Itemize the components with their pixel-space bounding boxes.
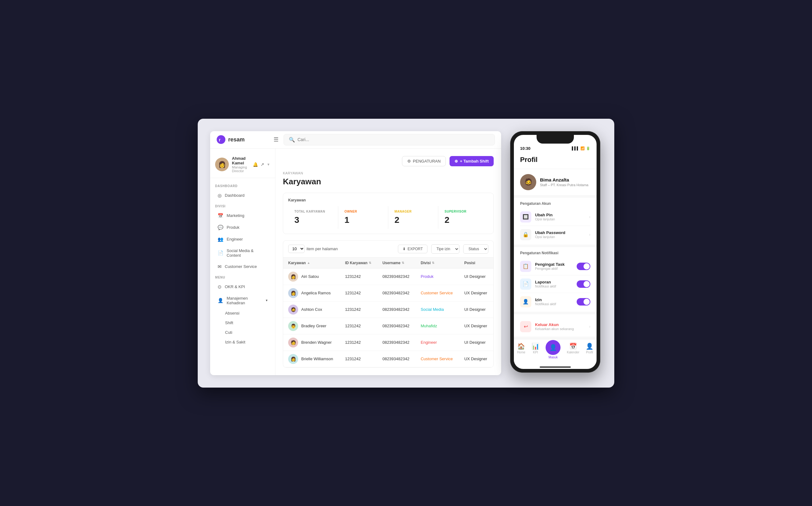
laporan-item[interactable]: 📄 Laporan Notifikasi aktif (520, 275, 590, 293)
table-row[interactable]: 👩 Angelica Ramos 1231242 082393482342 Cu… (283, 285, 493, 301)
stat-total: TOTAL KARYAWAN 3 (288, 206, 338, 229)
engineer-icon: 👥 (218, 237, 224, 242)
col-divisi[interactable]: Divisi ⇅ (416, 258, 459, 268)
notif-settings-section: Pengaturan Notifikasi 📋 Pengingat Task P… (514, 247, 596, 312)
table-row[interactable]: 👨 Bradley Greer 1231242 082393482342 Muh… (283, 318, 493, 334)
search-input[interactable] (298, 137, 490, 142)
sidebar-item-marketing[interactable]: 📅 Marketing (213, 210, 273, 221)
sidebar-item-label: Engineer (227, 237, 243, 242)
col-posisi[interactable]: Posisi (459, 258, 493, 268)
table-row[interactable]: 🧑 Brenden Wagner 1231242 082393482342 En… (283, 334, 493, 351)
sidebar-item-label: Manajemen Kehadiran (227, 296, 263, 305)
menu-icon[interactable]: ☰ (273, 136, 278, 143)
nav-kalender[interactable]: 📅 Kalender (567, 342, 579, 359)
phone-header: Profil (514, 152, 596, 169)
col-username[interactable]: Username ⇅ (378, 258, 416, 268)
statusbar-icons: ▌▌▌ 📶 🔋 (572, 146, 590, 151)
sidebar-item-product[interactable]: 💬 Produk (213, 222, 273, 233)
keluar-section: ↩ Keluar Akun Keluarkan akun sekarang › (514, 314, 596, 337)
sidebar-sub-shift[interactable]: Shift (213, 319, 273, 327)
sidebar-item-manajemen-kehadiran[interactable]: 👤 Manajemen Kehadiran ▾ (213, 293, 273, 308)
stat-manager: MANAGER 2 (388, 206, 438, 229)
avatar: 👩 (215, 158, 229, 171)
account-settings-section: Pengaturan Akun 🔲 Ubah Pin Opsi lanjutan… (514, 198, 596, 245)
nav-profil[interactable]: 👤 Profil (586, 342, 593, 359)
masuk-circle: 👤 (546, 340, 561, 355)
user-info: Ahmad Kamel Managing Director (232, 156, 250, 173)
desktop-app: r resam ☰ 🔍 👩 Ahmad Kamel Managing Direc… (210, 131, 501, 375)
per-page-dropdown[interactable]: 10 (288, 245, 305, 253)
search-bar[interactable]: 🔍 (283, 134, 495, 146)
logo-icon: r (216, 135, 226, 144)
pengingat-toggle[interactable] (577, 263, 590, 270)
laporan-text: Laporan Notifikasi aktif (535, 280, 573, 288)
user-actions: 🔔 ↗ ▼ (253, 162, 270, 167)
pengingat-task-item[interactable]: 📋 Pengingat Task Pengingat aktif (520, 258, 590, 275)
sidebar-item-social-media[interactable]: 📄 Social Media & Content (213, 246, 273, 260)
sidebar-item-label: Customer Service (225, 264, 257, 269)
sub-label: Absensi (225, 311, 239, 316)
home-icon: 🏠 (517, 342, 525, 350)
pengaturan-button[interactable]: ⚙ PENGATURAN (402, 156, 446, 166)
stat-supervisor-value: 2 (444, 215, 482, 225)
sub-label: Izin & Sakit (225, 340, 245, 344)
stats-section-label: Karyawan (288, 198, 488, 202)
nav-kpi[interactable]: 📊 KPI (532, 342, 539, 359)
topbar: r resam ☰ 🔍 (210, 131, 501, 149)
sidebar-item-label: OKR & KPI (225, 284, 245, 289)
product-icon: 💬 (218, 225, 224, 230)
sidebar-item-engineer[interactable]: 👥 Engineer (213, 234, 273, 245)
table-row[interactable]: 👩 Brielle Williamson 1231242 08239348234… (283, 351, 493, 367)
ubah-pin-item[interactable]: 🔲 Ubah Pin Opsi lanjutan › (520, 208, 590, 226)
tambah-shift-button[interactable]: ⊕ + Tambah Shift (450, 156, 494, 166)
nav-home[interactable]: 🏠 Home (517, 342, 525, 359)
izin-icon: 👤 (520, 296, 531, 308)
izin-text: Izin Notifikasi aktif (535, 298, 573, 306)
phone-frame: 10:30 ▌▌▌ 📶 🔋 Profil 🧔 (510, 131, 600, 373)
sidebar-sub-absensi[interactable]: Absensi (213, 309, 273, 317)
customer-service-icon: ✉ (218, 264, 222, 269)
sidebar: 👩 Ahmad Kamel Managing Director 🔔 ↗ ▼ DA… (210, 149, 275, 375)
sort-icon: ▲ (307, 261, 310, 264)
col-id[interactable]: ID Karyawan ⇅ (340, 258, 378, 268)
sidebar-item-dashboard[interactable]: ◎ Dashboard (213, 190, 273, 201)
table-row[interactable]: 🧔 Ashton Cox 1231242 082393482342 Social… (283, 301, 493, 318)
keluar-title: Keluar Akun (535, 322, 585, 327)
svg-point-0 (217, 135, 225, 144)
logo-text: resam (228, 137, 245, 143)
kpi-icon: 📊 (532, 342, 539, 350)
profil-icon: 👤 (586, 342, 593, 350)
content-area: ⚙ PENGATURAN ⊕ + Tambah Shift KARYAWAN K… (275, 149, 501, 375)
izin-item[interactable]: 👤 Izin Notifikasi aktif (520, 293, 590, 311)
ubah-password-icon: 🔒 (520, 229, 531, 240)
col-karyawan[interactable]: Karyawan ▲ (283, 258, 340, 268)
tipe-izin-filter[interactable]: Tipe izin (431, 244, 460, 254)
sidebar-sub-izin[interactable]: Izin & Sakit (213, 338, 273, 346)
status-filter[interactable]: Status (463, 244, 488, 254)
ubah-password-item[interactable]: 🔒 Ubah Password Opsi lanjutan › (520, 226, 590, 243)
export-button[interactable]: ⬇ EXPORT (398, 245, 427, 253)
notification-icon[interactable]: 🔔 (253, 162, 258, 167)
laporan-toggle[interactable] (577, 280, 590, 288)
table-row[interactable]: 👩 Airi Satou 1231242 082393482342 Produk… (283, 268, 493, 285)
keluar-item[interactable]: ↩ Keluar Akun Keluarkan akun sekarang › (520, 318, 590, 335)
profile-user-section: 🧔 Bima Anzalta Staff – PT. Kreasi Putra … (514, 169, 596, 195)
profile-user-info: Bima Anzalta Staff – PT. Kreasi Putra Ho… (540, 177, 588, 187)
stat-supervisor: SUPERVISOR 2 (438, 206, 488, 229)
izin-toggle[interactable] (577, 298, 590, 306)
stat-owner: OWNER 1 (338, 206, 388, 229)
sidebar-item-customer-service[interactable]: ✉ Customer Service (213, 261, 273, 272)
per-page-select: 10 item per halaman (288, 245, 338, 253)
employee-table: Karyawan ▲ ID Karyawan ⇅ (283, 258, 493, 367)
ubah-pin-text: Ubah Pin Opsi lanjutan (535, 213, 585, 221)
logout-icon[interactable]: ↗ (260, 162, 264, 167)
sidebar-item-okr-kpi[interactable]: ⊙ OKR & KPI (213, 281, 273, 292)
sub-label: Shift (225, 321, 233, 325)
laporan-icon: 📄 (520, 278, 531, 290)
section-label-dashboard: DASHBOARD (210, 182, 275, 189)
stats-grid: TOTAL KARYAWAN 3 OWNER 1 MANAGER 2 SUP (288, 206, 488, 229)
nav-masuk[interactable]: 👤 Masuk (546, 342, 561, 359)
keluar-icon: ↩ (520, 321, 531, 332)
sidebar-sub-cuti[interactable]: Cuti (213, 328, 273, 337)
izin-sub: Notifikasi aktif (535, 302, 573, 306)
